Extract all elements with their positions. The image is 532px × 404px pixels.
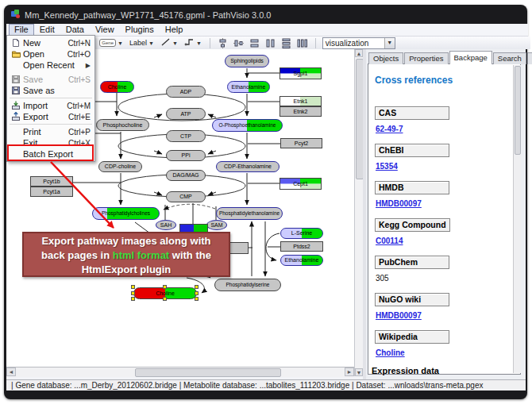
file-menu-item-save[interactable]: SaveCtrl+S <box>7 74 94 85</box>
stack-vertical-button[interactable] <box>280 37 293 48</box>
expression-data-heading: Expression data <box>372 366 506 375</box>
node-cdp-ethanolamine[interactable]: CDP-Ethanolamine <box>216 161 279 172</box>
selection-handle[interactable] <box>195 285 199 289</box>
scroll-up-icon[interactable]: ▲ <box>355 49 363 57</box>
node-phosphocholine[interactable]: Phosphocholine <box>96 119 149 131</box>
menu-plugins[interactable]: Plugins <box>120 24 160 36</box>
menu-item-label: Export <box>23 112 62 121</box>
node-phosphatidylcholines[interactable]: Phosphatidylcholines <box>92 207 160 220</box>
node-atp[interactable]: ATP <box>166 108 206 120</box>
menu-item-label: Open <box>23 49 61 59</box>
chevron-down-icon[interactable]: ▼ <box>172 40 178 46</box>
menu-shortcut: Ctrl+E <box>68 113 91 121</box>
xref-link-kegg-compound[interactable]: C00114 <box>376 237 506 245</box>
selection-handle[interactable] <box>131 297 135 301</box>
visualization-combobox[interactable]: visualization ▼ <box>322 37 395 49</box>
chevron-down-icon[interactable]: ▼ <box>196 40 202 46</box>
stack-horizontal-button[interactable] <box>296 37 309 48</box>
node-adp[interactable]: ADP <box>166 86 206 98</box>
node-phosphatidylserine[interactable]: Phosphatidylserine <box>214 279 281 291</box>
xref-link-chebi[interactable]: 15354 <box>376 162 506 171</box>
node-cept1[interactable]: Cept1 <box>279 178 322 190</box>
node-sphingolipids[interactable]: Sphingolipids <box>225 55 269 67</box>
xref-link-wikipedia[interactable]: Choline <box>376 348 506 357</box>
node-pcyt1a[interactable]: Pcyt1a <box>30 187 73 197</box>
menu-shortcut: Ctrl+P <box>68 128 91 137</box>
node-ctp[interactable]: CTP <box>166 130 206 142</box>
blank-icon <box>11 60 23 70</box>
xref-link-cas[interactable]: 62-49-7 <box>376 125 506 133</box>
connector-tool-button[interactable]: ▼ <box>183 37 203 48</box>
align-vertical-center-button[interactable] <box>233 37 245 48</box>
save-as-icon <box>11 86 23 95</box>
chevron-down-icon[interactable]: ▼ <box>148 40 154 46</box>
file-menu-item-import[interactable]: ImportCtrl+M <box>7 100 94 111</box>
selection-handle[interactable] <box>163 285 167 289</box>
node-ptdss2[interactable]: Ptdss2 <box>280 241 323 252</box>
datanode-tool-button[interactable]: Gene ▼ <box>98 37 125 48</box>
file-menu-item-export[interactable]: ExportCtrl+E <box>7 111 94 122</box>
titlebar: Mm_Kennedy_pathway_WP1771_45176.gpml - P… <box>11 9 519 22</box>
selection-handle[interactable] <box>195 297 199 301</box>
file-menu-item-open-recent[interactable]: Open Recent▶ <box>7 60 94 71</box>
node-sah[interactable]: SAH <box>156 220 176 230</box>
node-l-serine[interactable]: L-Serine <box>280 228 323 239</box>
scroll-down-icon[interactable]: ▼ <box>355 368 363 376</box>
node-o-phosphoethanolamine[interactable]: O-Phosphoethanolamine <box>212 119 283 132</box>
toolbar-separator <box>210 38 210 48</box>
selection-handle[interactable] <box>163 297 167 301</box>
node-ethanolamine[interactable]: Ethanolamine <box>280 255 323 266</box>
cross-references: Cross references CAS62-49-7ChEBI15354HMD… <box>375 75 506 375</box>
node-etnk2[interactable]: Etnk2 <box>279 106 322 117</box>
match-height-button[interactable] <box>264 37 277 48</box>
menu-item-label: Print <box>23 127 62 137</box>
node-pcyt2[interactable]: Pcyt2 <box>280 138 322 148</box>
scroll-left-icon[interactable]: ◄ <box>6 367 16 376</box>
selection-handle[interactable] <box>131 291 135 295</box>
xref-link-nugo-wiki[interactable]: HMDB00097 <box>376 311 506 320</box>
scroll-right-icon[interactable]: ► <box>345 367 354 376</box>
line-tool-button[interactable]: ▼ <box>159 37 179 48</box>
file-menu-item-new[interactable]: NewCtrl+N <box>7 37 94 48</box>
file-menu-item-print[interactable]: PrintCtrl+P <box>7 126 94 137</box>
tab-legend[interactable]: Legend <box>527 52 532 64</box>
node-etnk1[interactable]: Etnk1 <box>279 96 322 106</box>
window-title: Mm_Kennedy_pathway_WP1771_45176.gpml - P… <box>25 9 271 22</box>
node-cdp-choline[interactable]: CDP-choline <box>98 161 142 172</box>
tab-properties[interactable]: Properties <box>404 52 448 64</box>
sidebar-scroll-thumb[interactable] <box>515 66 521 155</box>
node-sgpl1[interactable]: Sgpl1 <box>279 67 322 79</box>
node-cmp[interactable]: CMP <box>166 191 206 202</box>
file-menu-item-save-as[interactable]: Save as <box>7 85 94 96</box>
node-sam[interactable]: SAM <box>206 220 227 230</box>
file-menu-item-open[interactable]: OpenCtrl+O <box>7 48 94 60</box>
horizontal-scroll-thumb[interactable] <box>135 368 281 377</box>
menu-shortcut: Ctrl+O <box>67 50 91 59</box>
label-tool-button[interactable]: Label ▼ <box>128 37 156 48</box>
menu-help[interactable]: Help <box>160 24 189 36</box>
chevron-down-icon[interactable]: ▼ <box>384 38 395 48</box>
chevron-down-icon[interactable]: ▼ <box>118 40 123 46</box>
match-width-button[interactable] <box>249 37 261 48</box>
tab-backpage[interactable]: Backpage <box>449 51 492 64</box>
save-icon <box>11 75 23 84</box>
xref-link-hmdb[interactable]: HMDB00097 <box>376 199 506 208</box>
menu-edit[interactable]: Edit <box>34 24 60 36</box>
node-dag-mag[interactable]: DAG/MAG <box>166 170 206 181</box>
node-phosphatidylethanolamine[interactable]: Phosphatidylethanolamine <box>216 207 283 220</box>
menu-data[interactable]: Data <box>60 24 90 36</box>
menu-file[interactable]: File <box>9 24 34 36</box>
statusbar: | Gene database: ...m_Derby_20120602.bri… <box>6 379 526 391</box>
selection-handle[interactable] <box>131 285 135 289</box>
menu-item-label: Open Recent <box>23 60 86 70</box>
menu-view[interactable]: View <box>90 24 120 36</box>
selection-handle[interactable] <box>195 291 199 295</box>
node-ethanolamine[interactable]: Ethanolamine <box>227 81 270 93</box>
tab-objects[interactable]: Objects <box>368 52 403 64</box>
node-ppi[interactable]: PPi <box>166 150 206 161</box>
tab-search[interactable]: Search <box>493 52 526 64</box>
node-choline[interactable]: Choline <box>100 81 134 93</box>
node-pcyt1b[interactable]: Pcyt1b <box>30 176 73 187</box>
xref-header-kegg-compound: Kegg Compound <box>375 218 450 232</box>
align-horizontal-center-button[interactable] <box>217 37 229 48</box>
